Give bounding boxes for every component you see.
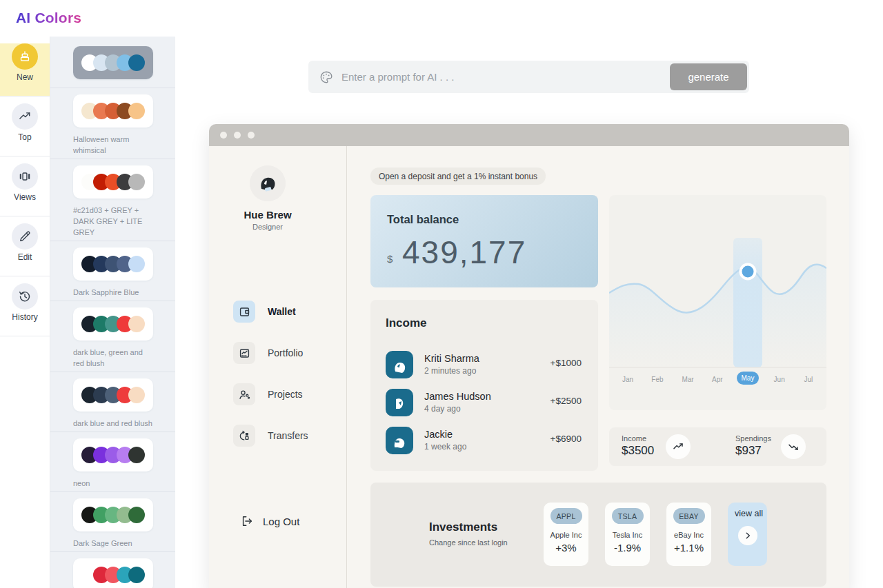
palette-card-c21d03[interactable] [73,165,153,199]
ticker-badge: TSLA [612,508,644,524]
palette-card-blue-green-red[interactable] [73,307,153,341]
palette-label: Dark Sage Green [73,538,155,549]
change-value: +3% [544,542,588,554]
income-row: Jackie 1 week ago +$6900 [386,427,583,454]
app-header: AI Colors [0,0,883,37]
investments-subtitle: Change since last login [429,538,508,547]
carousel-icon [12,163,38,190]
month-label: Jun [774,376,785,383]
trending-up-icon [12,103,38,130]
app-logo: AI Colors [16,10,81,26]
income-time: 4 day ago [424,404,461,414]
sidebar-item-new[interactable]: New [0,43,50,97]
balance-amount: 439,177 [402,234,526,271]
palette-swatches [81,567,145,583]
chevron-right-icon[interactable] [738,526,757,545]
sidebar-label-history: History [0,312,50,322]
divider [50,372,175,372]
palette-label: #c21d03 + GREY + DARK GREY + LITE GREY [73,205,155,238]
avatar [386,389,413,416]
transfers-icon [233,425,255,447]
palette-swatches [81,387,145,403]
change-value: -1.9% [605,542,650,554]
palette-label: Dark Sapphire Blue [73,287,155,298]
nav-label-projects: Projects [268,389,303,400]
balance-chart: Jan Feb Mar Apr May Jun Jul [609,195,826,410]
nav-item-wallet[interactable]: Wallet [233,301,296,323]
palette-card-blue-red-blush[interactable] [73,378,153,412]
sidebar-label-edit: Edit [0,252,50,262]
logout-button[interactable]: Log Out [240,514,299,528]
stats-panel: Income $3500 Spendings $937 [609,427,826,466]
palette-card-dark-sapphire[interactable] [73,247,153,281]
palette-swatches [81,316,145,332]
palette-card-selected[interactable] [73,46,153,79]
sidebar: New Top Views Edit [0,37,50,588]
palette-swatches [81,256,145,272]
sidebar-label-new: New [0,72,50,82]
month-label: Apr [712,376,723,383]
month-label: Jan [622,376,633,383]
window-body: Hue Brew Designer Wallet [209,146,849,588]
main-area: generate [175,37,883,588]
income-amount: +$1000 [550,358,582,368]
palette-label: dark blue, green and red blush [73,347,155,369]
investment-card-ebay[interactable]: EBAY eBay Inc +1.1% [666,503,711,566]
sidebar-item-views[interactable]: Views [0,163,50,216]
profile-avatar [250,165,286,201]
logout-label: Log Out [263,516,299,527]
income-amount: +$6900 [550,434,582,444]
nav-item-projects[interactable]: Projects [233,383,303,405]
company-name: Apple Inc [544,531,588,539]
sidebar-label-top: Top [0,132,50,142]
income-stat-value: $3500 [622,444,654,458]
avatar [386,351,413,378]
window-dot [234,132,241,139]
palette-card-dark-sage[interactable] [73,498,153,531]
sidebar-item-history[interactable]: History [0,283,50,336]
divider [50,491,175,492]
sidebar-item-top[interactable]: Top [0,103,50,156]
preview-nav-panel: Hue Brew Designer Wallet [209,146,347,588]
balance-title: Total balance [387,213,459,226]
history-icon [12,283,38,310]
change-value: +1.1% [666,542,711,554]
palette-label: neon [73,478,155,489]
palette-card-neon[interactable] [73,438,153,472]
divider [50,241,175,241]
ai-prompt-bar: generate [308,61,749,93]
investment-card-tsla[interactable]: TSLA Tesla Inc -1.9% [605,503,650,566]
company-name: Tesla Inc [605,531,650,539]
palette-card-halloween[interactable] [73,94,153,128]
income-amount: +$2500 [550,396,582,406]
window-titlebar [209,124,849,146]
month-label: Jul [804,376,813,383]
total-balance-card: Total balance $ 439,177 [370,195,598,287]
pencil-icon [12,223,38,250]
month-label: Mar [682,376,693,383]
investments-panel: Investments Change since last login APPL… [370,483,826,587]
investment-card-appl[interactable]: APPL Apple Inc +3% [544,503,588,566]
palette-swatches [81,507,145,523]
income-title: Income [386,316,427,330]
sidebar-item-edit[interactable]: Edit [0,223,50,276]
window-dot [220,132,227,139]
spendings-stat-value: $937 [735,444,762,458]
divider [50,551,175,552]
palette-label: Halloween warm whimsical [73,134,155,156]
income-name: James Hudson [424,391,491,402]
divider [50,159,175,159]
trending-up-icon [666,434,691,459]
spendings-stat-label: Spendings [735,434,771,443]
sidebar-label-views: Views [0,192,50,202]
view-all-button[interactable]: view all [728,503,767,566]
nav-item-transfers[interactable]: Transfers [233,425,308,447]
palette-swatches [81,174,145,190]
trending-down-icon [781,434,806,459]
generate-button[interactable]: generate [670,63,747,90]
nav-item-portfolio[interactable]: Portfolio [233,342,303,364]
palette-swatches [81,103,145,119]
palette-card-de283b[interactable] [73,558,153,588]
prompt-input[interactable] [341,71,670,83]
month-pill-selected[interactable]: May [737,372,759,385]
